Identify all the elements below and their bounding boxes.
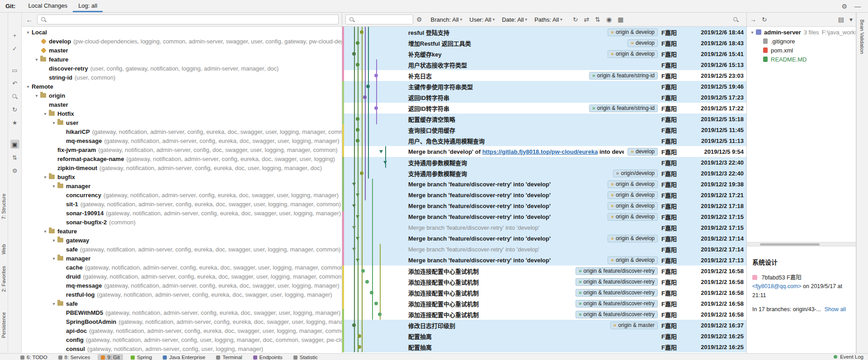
file-item-pom-xml[interactable]: pom.xml (747, 46, 856, 55)
stripe-web[interactable]: Web (1, 244, 6, 254)
branch-item-mq-message[interactable]: mq-message(gateway, notification, admin-… (22, 281, 342, 290)
chevron-down-icon[interactable]: ▾ (50, 184, 57, 189)
branch-label[interactable]: »origin & develop (608, 213, 658, 221)
hide-icon[interactable]: — (854, 3, 861, 9)
refresh-icon[interactable]: ↻ (573, 16, 578, 23)
commit-row[interactable]: 添加连接配置中心重试机制»origin & feature/discover-r… (342, 265, 746, 276)
layout-icon[interactable]: ▤ (838, 16, 844, 23)
statusbar-item-9-git[interactable]: 9: Git (98, 354, 123, 360)
branch-folder-manager[interactable]: ▾manager (22, 181, 342, 190)
branch-label[interactable]: »origin/develop (613, 170, 658, 177)
branch-folder-safe[interactable]: ▾safe (22, 299, 342, 308)
branch-label[interactable]: »origin & develop (608, 50, 658, 58)
statusbar-item-java-enterprise[interactable]: Java Enterprise (160, 354, 208, 360)
zoom-search-icon[interactable] (733, 17, 739, 23)
refresh-icon[interactable]: ↻ (10, 105, 19, 114)
chevron-down-icon[interactable]: ▾ (50, 256, 57, 261)
commit-row[interactable]: 添加连接配置中心重试机制»origin & feature/discover-r… (342, 287, 746, 298)
branch-folder-manager[interactable]: ▾manager (22, 254, 342, 263)
trash-icon[interactable]: ▭ (10, 66, 19, 75)
branch-item-hikaricp[interactable]: hikariCP(gateway, notification, admin-se… (22, 127, 342, 136)
commit-row[interactable]: 支持通用参数模糊查询»origin/developF嘉阳2019/12/3 22… (342, 168, 746, 179)
branches-search-input[interactable] (49, 16, 335, 23)
log-search-input[interactable] (358, 16, 410, 23)
commit-row[interactable]: 配置抽离F嘉阳2019/12/2 16:25 (342, 331, 746, 341)
settings-icon[interactable]: ⚙ (10, 166, 19, 175)
branch-label[interactable]: »origin & feature/discover-retry (576, 300, 658, 308)
author-email-link[interactable]: <fjy8018@qq.com> (752, 283, 802, 289)
add-icon[interactable]: + (10, 31, 19, 40)
branch-label[interactable]: »origin & feature/discover-retry (576, 289, 658, 297)
commit-row[interactable]: 返回ID转字符串F嘉阳2019/12/5 17:23 (342, 92, 746, 103)
commit-row[interactable]: 返回ID转字符串»origin & feature/string-idF嘉阳20… (342, 103, 746, 114)
branches-search[interactable] (37, 14, 339, 24)
branch-label[interactable]: »origin & feature/string-id (589, 72, 658, 80)
branch-item-config[interactable]: config(gateway, notification, admin-serv… (22, 335, 342, 344)
branch-item-pbewithmd5[interactable]: PBEWithMD5(gateway, notification, admin-… (22, 308, 342, 317)
branch-label[interactable]: »origin & feature/discover-retry (576, 267, 658, 275)
commit-row[interactable]: 添加连接配置中心重试机制»origin & feature/discover-r… (342, 309, 746, 320)
branch-item-druid[interactable]: druid(gateway, notification, admin-serve… (22, 272, 342, 281)
branch-label[interactable]: »origin & develop (608, 180, 658, 188)
event-log-button[interactable]: Event Log (834, 354, 863, 360)
branch-item-sonar-bugfix-2[interactable]: sonar-bugfix-2(common) (22, 218, 342, 227)
show-all-link[interactable]: Show all (825, 306, 846, 313)
branch-item-master[interactable]: master (22, 100, 342, 109)
rollback-icon[interactable]: ↶ (10, 79, 19, 88)
branch-item-master[interactable]: master (22, 46, 342, 55)
diff-preview-icon[interactable]: ▦ (618, 16, 623, 23)
preview-icon[interactable]: ▣ (10, 140, 19, 149)
chevron-down-icon[interactable]: ▾ (749, 30, 756, 35)
commit-row[interactable]: 添加连接配置中心重试机制»origin & feature/discover-r… (342, 276, 746, 287)
commit-row[interactable]: Merge branch 'feature/discover-retry' in… (342, 244, 746, 255)
branch-item-sit-1[interactable]: sit-1(gateway, notification, admin-serve… (22, 199, 342, 208)
branch-item-api-doc[interactable]: api-doc(gateway, notification, admin-ser… (22, 326, 342, 335)
branch-item-string-id[interactable]: string-id(user, common) (22, 73, 342, 82)
commit-row[interactable]: Merge branch 'feature/discover-retry' in… (342, 211, 746, 222)
filter-branch[interactable]: Branch: All▾ (431, 16, 462, 23)
follow-selection-icon[interactable]: → (750, 16, 756, 23)
refresh-icon[interactable]: ↻ (762, 16, 767, 23)
chevron-down-icon[interactable]: ▾ (42, 229, 49, 234)
commit-row[interactable]: 补充缓存key»origin & developF嘉阳2019/12/6 15:… (342, 48, 746, 59)
branch-item-zipkin-timeout[interactable]: zipkin-timeout(gateway, notification, ad… (22, 163, 342, 172)
stripe-persistence[interactable]: Persistence (1, 312, 6, 338)
branch-folder-user[interactable]: ▾user (22, 118, 342, 127)
branch-label[interactable]: »origin & feature/discover-retry (576, 278, 658, 286)
branch-label[interactable]: »origin & develop (608, 256, 658, 264)
chevron-down-icon[interactable]: ▾ (42, 111, 49, 116)
branch-folder-feature[interactable]: ▾feature (22, 227, 342, 236)
branch-item-concurrency[interactable]: concurrency(gateway, notification, admin… (22, 190, 342, 199)
branch-label[interactable]: »origin & feature/discover-retry (576, 311, 658, 318)
branch-label[interactable]: »origin & master (610, 322, 658, 329)
branch-label[interactable]: »origin & develop (608, 28, 658, 36)
commit-row[interactable]: 查询接口使用缓存F嘉阳2019/12/5 11:45 (342, 124, 746, 135)
expand-all-icon[interactable]: ⇅ (10, 153, 19, 162)
branch-folder-remote[interactable]: ▾Remote (22, 82, 342, 91)
branch-item-reformat-package-name[interactable]: reformat-package-name(gateway, notificat… (22, 154, 342, 163)
commit-hash[interactable]: 7bfabd53 (761, 275, 785, 281)
branch-label[interactable]: »develop (627, 148, 658, 156)
commit-row[interactable]: Merge branch 'feature/discover-retry' in… (342, 233, 746, 244)
chevron-down-icon[interactable]: ▾ (24, 84, 32, 89)
file-item-gitignore[interactable]: .gitignore (747, 37, 856, 46)
commit-row[interactable]: Merge branch 'feature/discover-retry' in… (342, 189, 746, 200)
branch-item-mq-message[interactable]: mq-message(gateway, notification, admin-… (22, 136, 342, 145)
statusbar-item-spring[interactable]: Spring (127, 354, 155, 360)
chevron-down-icon[interactable]: ▾ (24, 30, 32, 35)
branch-item-restful-log[interactable]: restful-log(gateway, notification, admin… (22, 290, 342, 299)
go-to-hash-icon[interactable]: ⇄ (584, 16, 590, 23)
branch-folder-bugfix[interactable]: ▾bugfix (22, 172, 342, 181)
commit-row[interactable]: 增加Restful 返回工具类»developF嘉阳2019/12/6 18:4… (342, 38, 746, 48)
commit-link[interactable]: https://gitlab.fjy8018.top/pw-cloud/eure… (482, 148, 598, 155)
branch-label[interactable]: »origin & develop (608, 202, 658, 210)
filter-user[interactable]: User: All▾ (469, 16, 495, 23)
hide-details-icon[interactable]: ▾ (849, 16, 853, 23)
commit-row[interactable]: 修改日志打印级别»origin & masterF嘉阳2019/12/2 16:… (342, 320, 746, 331)
chevron-down-icon[interactable]: ▾ (50, 120, 57, 125)
chevron-down-icon[interactable]: ▾ (33, 93, 40, 98)
branch-item-springbootadmin[interactable]: SpringBootAdmin(gateway, notification, a… (22, 317, 342, 326)
statusbar-item-endpoints[interactable]: Endpoints (250, 354, 286, 360)
statusbar-item-8-services[interactable]: 8: Services (55, 354, 94, 360)
tab-log-all[interactable]: Log: all (73, 0, 103, 12)
